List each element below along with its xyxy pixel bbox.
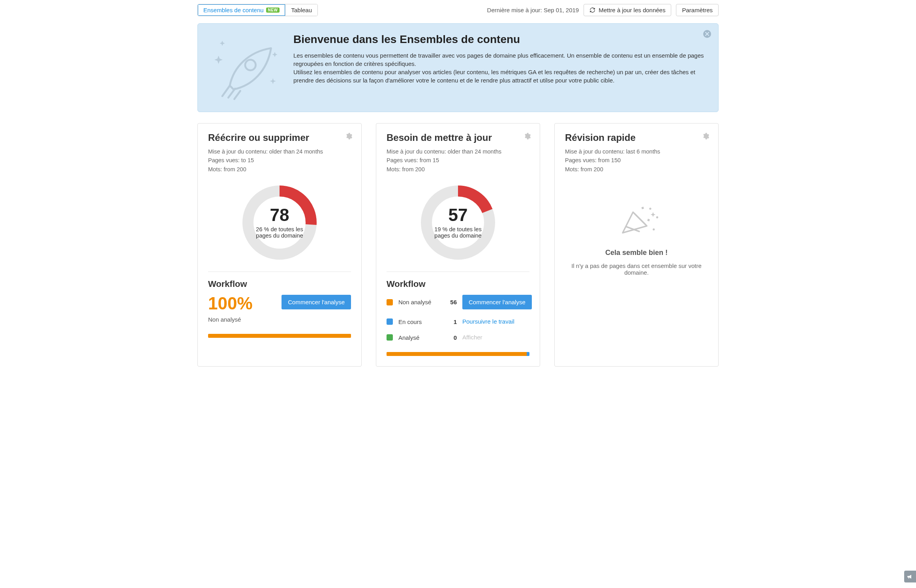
card-rewrite-or-delete: Réécrire ou supprimer Mise à jour du con… (197, 123, 362, 367)
new-badge: NEW (266, 7, 280, 13)
show-link[interactable]: Afficher (462, 334, 482, 341)
empty-title: Cela semble bien ! (569, 249, 704, 257)
status-square-icon (387, 299, 393, 305)
workflow-row-value: 1 (441, 318, 457, 325)
start-analysis-button[interactable]: Commencer l'analyse (282, 295, 351, 309)
svg-point-1 (245, 60, 256, 70)
workflow-row-value: 56 (441, 299, 457, 305)
rocket-icon (207, 33, 282, 102)
card-title: Révision rapide (565, 132, 708, 143)
start-analysis-button[interactable]: Commencer l'analyse (462, 295, 532, 309)
criterion-views: Pages vues: from 150 (565, 156, 708, 165)
tab-table-label: Tableau (291, 7, 312, 13)
svg-rect-10 (642, 207, 644, 209)
welcome-text: Bienvenue dans les Ensembles de contenu … (293, 33, 707, 102)
welcome-p1: Les ensembles de contenu vous permettent… (293, 51, 707, 68)
empty-state: Cela semble bien ! Il n'y a pas de pages… (565, 174, 708, 284)
criterion-update: Mise à jour du contenu: older than 24 mo… (387, 147, 529, 156)
donut-subtext: 26 % de toutes les pages du domaine (250, 226, 309, 239)
continue-work-link[interactable]: Poursuivre le travail (462, 318, 514, 325)
refresh-icon (589, 7, 595, 13)
workflow-progress (387, 352, 529, 356)
card-settings-button[interactable] (702, 132, 710, 140)
workflow-title: Workflow (387, 279, 529, 289)
card-title: Réécrire ou supprimer (208, 132, 351, 143)
close-banner-button[interactable] (702, 29, 712, 39)
settings-button-label: Paramètres (682, 7, 713, 13)
workflow-row-analyzed: Analysé 0 Afficher (387, 334, 529, 341)
tab-content-sets-label: Ensembles de contenu (203, 7, 264, 13)
svg-point-7 (656, 216, 658, 218)
welcome-banner: Bienvenue dans les Ensembles de contenu … (197, 23, 719, 112)
donut-value: 57 (449, 206, 468, 224)
card-needs-update: Besoin de mettre à jour Mise à jour du c… (376, 123, 540, 367)
workflow-simple: 100% Non analysé Commencer l'analyse (208, 295, 351, 323)
donut-chart: 78 26 % de toutes les pages du domaine (240, 183, 319, 262)
settings-button[interactable]: Paramètres (676, 4, 719, 16)
last-update-label: Dernière mise à jour: Sep 01, 2019 (487, 7, 579, 13)
workflow-percent-label: Non analysé (208, 316, 253, 323)
criterion-views: Pages vues: to 15 (208, 156, 351, 165)
workflow-percent: 100% (208, 295, 253, 312)
card-settings-button[interactable] (345, 132, 353, 140)
card-criteria: Mise à jour du contenu: older than 24 mo… (208, 147, 351, 174)
workflow-row-label: Analysé (398, 334, 435, 341)
card-settings-button[interactable] (523, 132, 531, 140)
tab-table[interactable]: Tableau (285, 4, 317, 16)
donut-chart: 57 19 % de toutes les pages du domaine (419, 183, 497, 262)
confetti-icon (609, 197, 664, 241)
cards-row: Réécrire ou supprimer Mise à jour du con… (197, 123, 719, 367)
svg-point-8 (653, 228, 655, 230)
workflow-progress (208, 334, 351, 338)
status-square-icon (387, 334, 393, 341)
status-square-icon (387, 318, 393, 325)
welcome-p2: Utilisez les ensembles de contenu pour a… (293, 68, 707, 84)
criterion-update: Mise à jour du contenu: older than 24 mo… (208, 147, 351, 156)
criterion-views: Pages vues: from 15 (387, 156, 529, 165)
topbar: Ensembles de contenu NEW Tableau Dernièr… (197, 4, 719, 16)
workflow-title: Workflow (208, 279, 351, 289)
criterion-words: Mots: from 200 (565, 165, 708, 174)
tab-content-sets[interactable]: Ensembles de contenu NEW (198, 4, 285, 16)
workflow-rows: Non analysé 56 Commencer l'analyse En co… (387, 295, 529, 341)
card-criteria: Mise à jour du contenu: older than 24 mo… (387, 147, 529, 174)
donut-value: 78 (270, 206, 289, 224)
view-tabs: Ensembles de contenu NEW Tableau (197, 4, 318, 16)
workflow-row-in-progress: En cours 1 Poursuivre le travail (387, 318, 529, 325)
card-criteria: Mise à jour du contenu: last 6 months Pa… (565, 147, 708, 174)
criterion-update: Mise à jour du contenu: last 6 months (565, 147, 708, 156)
refresh-button-label: Mettre à jour les données (599, 7, 665, 13)
refresh-button[interactable]: Mettre à jour les données (584, 4, 671, 16)
workflow-row-not-analyzed: Non analysé 56 Commencer l'analyse (387, 295, 529, 309)
criterion-words: Mots: from 200 (208, 165, 351, 174)
workflow-row-label: En cours (398, 318, 435, 325)
workflow-row-value: 0 (441, 334, 457, 341)
donut-subtext: 19 % de toutes les pages du domaine (429, 226, 487, 239)
card-title: Besoin de mettre à jour (387, 132, 529, 143)
svg-rect-9 (647, 219, 650, 222)
card-quick-review: Révision rapide Mise à jour du contenu: … (554, 123, 719, 367)
workflow-row-label: Non analysé (398, 299, 435, 305)
welcome-title: Bienvenue dans les Ensembles de contenu (293, 33, 707, 46)
svg-point-6 (649, 208, 651, 210)
criterion-words: Mots: from 200 (387, 165, 529, 174)
empty-text: Il n'y a pas de pages dans cet ensemble … (569, 262, 704, 276)
